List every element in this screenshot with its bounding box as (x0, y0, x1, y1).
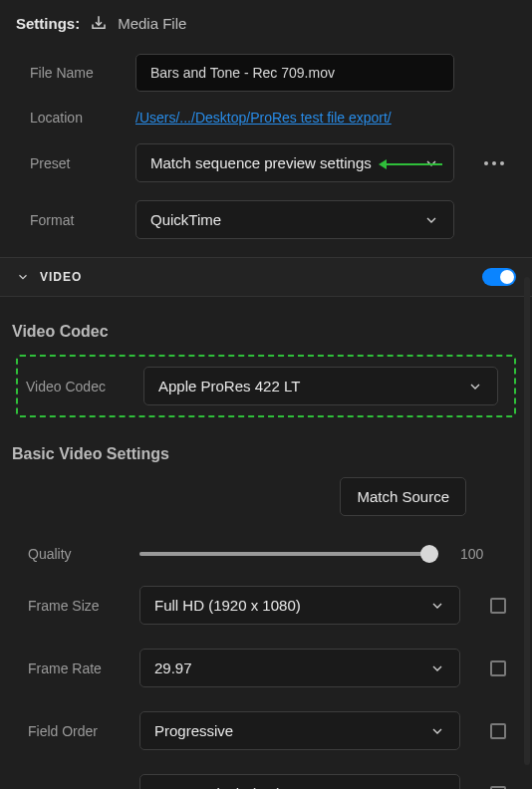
chevron-down-icon (429, 786, 445, 790)
frame-size-link-checkbox[interactable] (490, 598, 506, 614)
codec-label: Video Codec (26, 379, 130, 394)
scrollbar[interactable] (524, 277, 530, 765)
quality-label: Quality (28, 546, 124, 562)
quality-slider[interactable] (139, 552, 438, 556)
format-select[interactable]: QuickTime (135, 200, 454, 239)
frame-rate-label: Frame Rate (28, 660, 124, 676)
basic-video-heading: Basic Video Settings (12, 445, 516, 463)
codec-value: Apple ProRes 422 LT (158, 378, 300, 394)
frame-rate-select[interactable]: 29.97 (139, 649, 460, 687)
aspect-label: Aspect (28, 786, 124, 790)
frame-size-select[interactable]: Full HD (1920 x 1080) (139, 586, 460, 625)
chevron-down-icon (429, 723, 445, 739)
annotation-arrow (387, 163, 442, 165)
chevron-down-icon (429, 660, 445, 676)
filename-input[interactable] (135, 54, 454, 92)
field-order-link-checkbox[interactable] (490, 723, 506, 739)
quality-value: 100 (460, 546, 483, 562)
codec-highlight-box: Video Codec Apple ProRes 422 LT (16, 355, 516, 417)
format-label: Format (30, 212, 120, 228)
preset-label: Preset (30, 155, 120, 171)
video-section-header[interactable]: VIDEO (0, 257, 532, 297)
location-link[interactable]: /Users/.../Desktop/ProRes test file expo… (135, 110, 392, 126)
chevron-down-icon (16, 270, 30, 284)
aspect-select[interactable]: Square Pixels (1.0) (139, 774, 460, 789)
frame-rate-value: 29.97 (154, 659, 192, 676)
media-file-label[interactable]: Media File (118, 15, 186, 32)
video-codec-heading: Video Codec (12, 323, 516, 341)
aspect-link-checkbox[interactable] (490, 786, 506, 790)
field-order-select[interactable]: Progressive (139, 711, 460, 750)
field-order-label: Field Order (28, 723, 124, 739)
slider-thumb[interactable] (420, 545, 438, 563)
frame-size-value: Full HD (1920 x 1080) (154, 597, 301, 614)
frame-rate-link-checkbox[interactable] (490, 660, 506, 676)
settings-header: Settings: Media File (16, 14, 516, 32)
video-toggle[interactable] (482, 268, 516, 286)
settings-label: Settings: (16, 15, 80, 32)
format-value: QuickTime (150, 211, 221, 228)
filename-label: File Name (30, 65, 120, 81)
preset-value: Match sequence preview settings (150, 154, 372, 171)
aspect-value: Square Pixels (1.0) (154, 785, 282, 789)
chevron-down-icon (429, 598, 445, 614)
codec-select[interactable]: Apple ProRes 422 LT (143, 367, 498, 405)
chevron-down-icon (467, 379, 483, 394)
video-section-title: VIDEO (40, 270, 82, 284)
more-options-icon[interactable] (484, 161, 504, 165)
frame-size-label: Frame Size (28, 598, 124, 614)
import-icon[interactable] (90, 14, 108, 32)
chevron-down-icon (423, 212, 439, 228)
location-label: Location (30, 110, 120, 126)
field-order-value: Progressive (154, 722, 233, 739)
match-source-button[interactable]: Match Source (340, 477, 466, 516)
